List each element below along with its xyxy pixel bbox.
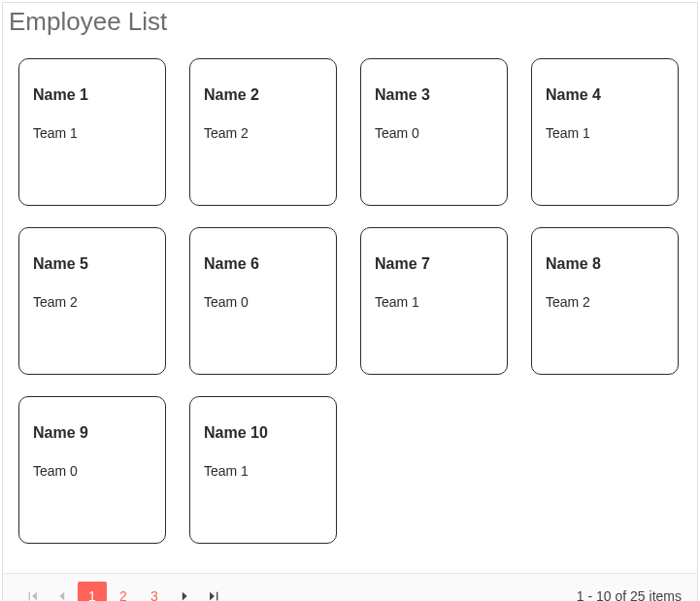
employee-name: Name 5 [33, 255, 151, 273]
employee-name: Name 3 [375, 86, 493, 104]
chevron-right-icon [178, 589, 191, 602]
employee-name: Name 6 [204, 255, 322, 273]
pager-last-button[interactable] [199, 582, 228, 602]
employee-name: Name 8 [546, 255, 664, 273]
cards-row: Name 5 Team 2 Name 6 Team 0 Name 7 Team … [18, 227, 682, 375]
employee-team: Team 0 [375, 125, 493, 141]
employee-team: Team 1 [33, 125, 151, 141]
employee-card[interactable]: Name 1 Team 1 [18, 58, 166, 206]
employee-list-panel: Employee List Name 1 Team 1 Name 2 Team … [2, 2, 698, 601]
pager-info: 1 - 10 of 25 items [577, 588, 682, 602]
pager-prev-button[interactable] [48, 582, 77, 602]
employee-card[interactable]: Name 7 Team 1 [360, 227, 508, 375]
employee-card[interactable]: Name 3 Team 0 [360, 58, 508, 206]
employee-team: Team 0 [204, 294, 322, 310]
pager-controls: 1 2 3 [18, 582, 228, 602]
employee-name: Name 10 [204, 424, 322, 442]
employee-card[interactable]: Name 10 Team 1 [189, 396, 337, 544]
employee-name: Name 1 [33, 86, 151, 104]
employee-team: Team 1 [375, 294, 493, 310]
cards-row: Name 9 Team 0 Name 10 Team 1 [18, 396, 682, 544]
employee-team: Team 2 [546, 294, 664, 310]
cards-row: Name 1 Team 1 Name 2 Team 2 Name 3 Team … [18, 58, 682, 206]
employee-card[interactable]: Name 2 Team 2 [189, 58, 337, 206]
pager-page-2[interactable]: 2 [109, 582, 138, 602]
employee-card[interactable]: Name 8 Team 2 [531, 227, 679, 375]
employee-card[interactable]: Name 9 Team 0 [18, 396, 166, 544]
employee-card[interactable]: Name 6 Team 0 [189, 227, 337, 375]
pager-next-button[interactable] [170, 582, 199, 602]
pager-first-button[interactable] [18, 582, 48, 602]
employee-name: Name 9 [33, 424, 151, 442]
chevron-left-icon [55, 589, 69, 602]
employee-team: Team 1 [546, 125, 664, 141]
employee-team: Team 0 [33, 463, 151, 479]
pager: 1 2 3 1 - 10 of 25 items [3, 573, 697, 601]
pager-last-icon [207, 589, 220, 602]
pager-page-3[interactable]: 3 [140, 582, 169, 602]
pager-first-icon [26, 589, 40, 602]
employee-team: Team 1 [204, 463, 322, 479]
employee-name: Name 2 [204, 86, 322, 104]
pager-page-1[interactable]: 1 [78, 582, 107, 602]
employee-card[interactable]: Name 5 Team 2 [18, 227, 166, 375]
employee-team: Team 2 [33, 294, 151, 310]
employee-name: Name 4 [546, 86, 664, 104]
employee-cards-grid: Name 1 Team 1 Name 2 Team 2 Name 3 Team … [3, 45, 697, 573]
employee-team: Team 2 [204, 125, 322, 141]
page-title: Employee List [3, 3, 697, 45]
employee-name: Name 7 [375, 255, 493, 273]
employee-card[interactable]: Name 4 Team 1 [531, 58, 679, 206]
